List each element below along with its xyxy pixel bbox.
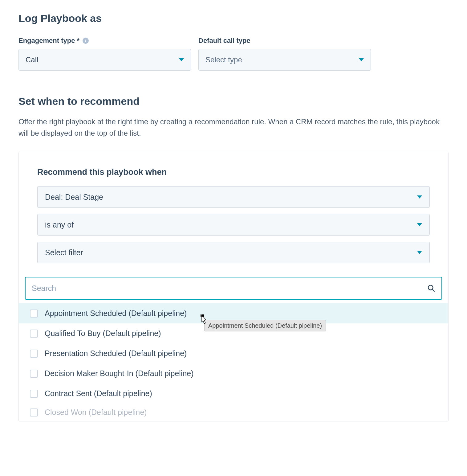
checkbox[interactable]	[30, 310, 38, 318]
chevron-down-icon	[417, 195, 422, 199]
operator-select-value: is any of	[45, 220, 74, 229]
default-call-type-label: Default call type	[198, 37, 371, 45]
svg-line-1	[432, 289, 434, 292]
chevron-down-icon	[179, 58, 184, 61]
svg-rect-3	[202, 314, 203, 317]
chevron-down-icon	[417, 223, 422, 226]
option-label: Closed Won (Default pipeline)	[45, 408, 147, 417]
search-icon	[427, 284, 435, 292]
default-call-type-select[interactable]: Select type	[198, 49, 371, 71]
option-label: Qualified To Buy (Default pipeline)	[45, 329, 161, 338]
operator-select[interactable]: is any of	[37, 214, 430, 236]
chevron-down-icon	[417, 251, 422, 254]
property-select[interactable]: Deal: Deal Stage	[37, 186, 430, 208]
search-wrap	[19, 269, 448, 303]
engagement-type-group: Engagement type * i Call	[18, 37, 191, 71]
tooltip: Appointment Scheduled (Default pipeline)	[204, 320, 326, 331]
search-box[interactable]	[25, 277, 442, 300]
default-call-type-placeholder: Select type	[205, 55, 242, 64]
checkbox[interactable]	[30, 330, 38, 338]
list-item[interactable]: Decision Maker Bought-In (Default pipeli…	[19, 363, 448, 384]
checkbox[interactable]	[30, 350, 38, 358]
list-item[interactable]: Contract Sent (Default pipeline)	[19, 384, 448, 404]
svg-rect-2	[201, 314, 201, 317]
checkbox[interactable]	[30, 408, 38, 416]
list-item[interactable]: Appointment Scheduled (Default pipeline)…	[19, 303, 448, 323]
recommend-description: Offer the right playbook at the right ti…	[18, 116, 449, 139]
engagement-type-label: Engagement type * i	[18, 37, 191, 45]
log-playbook-form-row: Engagement type * i Call Default call ty…	[18, 37, 449, 71]
engagement-type-label-text: Engagement type *	[18, 37, 79, 45]
list-item[interactable]: Closed Won (Default pipeline)	[19, 404, 448, 419]
property-select-value: Deal: Deal Stage	[45, 193, 103, 202]
checkbox[interactable]	[30, 390, 38, 398]
default-call-type-label-text: Default call type	[198, 37, 250, 45]
svg-rect-4	[203, 314, 204, 317]
option-label: Decision Maker Bought-In (Default pipeli…	[45, 369, 194, 378]
filter-select-placeholder: Select filter	[45, 248, 83, 257]
recommend-title: Set when to recommend	[18, 95, 449, 107]
filter-select[interactable]: Select filter	[37, 242, 430, 263]
filter-options-list: Appointment Scheduled (Default pipeline)…	[19, 303, 448, 421]
search-input[interactable]	[32, 284, 427, 293]
filter-dropdown-panel: Appointment Scheduled (Default pipeline)…	[19, 269, 448, 421]
chevron-down-icon	[359, 58, 364, 61]
log-playbook-title: Log Playbook as	[18, 12, 449, 24]
default-call-type-group: Default call type Select type	[198, 37, 371, 71]
recommendation-rule-box: Recommend this playbook when Deal: Deal …	[18, 152, 449, 421]
list-item[interactable]: Presentation Scheduled (Default pipeline…	[19, 343, 448, 363]
engagement-type-value: Call	[26, 55, 38, 64]
option-label: Presentation Scheduled (Default pipeline…	[45, 349, 187, 358]
option-label: Appointment Scheduled (Default pipeline)	[45, 309, 187, 318]
option-label: Contract Sent (Default pipeline)	[45, 389, 152, 398]
info-icon[interactable]: i	[83, 38, 89, 44]
rule-title: Recommend this playbook when	[37, 167, 430, 177]
checkbox[interactable]	[30, 370, 38, 378]
engagement-type-select[interactable]: Call	[18, 49, 191, 71]
